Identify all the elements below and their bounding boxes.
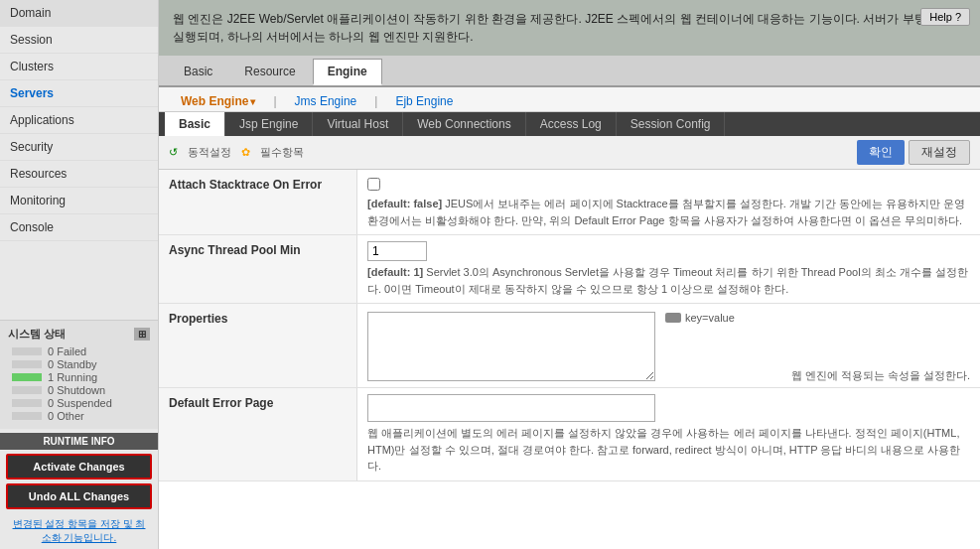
properties-textarea[interactable] (367, 312, 655, 381)
content-area: Attach Stacktrace On Error [default: fal… (159, 170, 980, 549)
system-status-icon: ⊞ (134, 328, 150, 341)
default-error-page-desc: 웹 애플리케이션에 별도의 에러 페이지를 설정하지 않았을 경우에 사용하는 … (367, 425, 970, 475)
action-bar: ↺ 동적설정 ✿ 필수항목 확인 재설정 (159, 136, 980, 170)
sidebar-item-applications[interactable]: Applications (0, 107, 158, 134)
web-engine-dropdown-icon: ▾ (250, 96, 255, 107)
running-indicator (12, 373, 42, 381)
standby-indicator (12, 360, 42, 368)
tab-second-web-connections[interactable]: Web Connections (403, 112, 526, 136)
properties-row: Properties key=value 웹 엔진에 적용되는 속성을 설정한다… (159, 304, 980, 388)
attach-stacktrace-desc-bold: [default: false] (367, 198, 442, 209)
async-thread-pool-label: Async Thread Pool Min (159, 235, 357, 303)
sidebar-item-clusters[interactable]: Clusters (0, 54, 158, 80)
attach-stacktrace-row: Attach Stacktrace On Error [default: fal… (159, 170, 980, 235)
sidebar-footer-link[interactable]: 변경된 설정 항목을 저장 및 최소화 기능입니다. (13, 518, 146, 543)
runtime-info-bar: RUNTIME INFO (0, 433, 158, 450)
default-error-page-input[interactable] (367, 394, 655, 422)
header-desc-text: 웹 엔진은 J2EE Web/Servlet 애플리케이션이 작동하기 위한 환… (173, 12, 953, 44)
undo-changes-button[interactable]: Undo ALL Changes (6, 483, 152, 509)
other-indicator (12, 412, 42, 420)
header-description: 웹 엔진은 J2EE Web/Servlet 애플리케이션이 작동하기 위한 환… (159, 0, 980, 56)
sidebar-item-session[interactable]: Session (0, 27, 158, 54)
action-bar-left: ↺ 동적설정 ✿ 필수항목 (169, 145, 304, 160)
sidebar-item-resources[interactable]: Resources (0, 161, 158, 188)
failed-indicator (12, 347, 42, 355)
status-suspended: 0 Suspended (8, 397, 150, 409)
sidebar-item-security[interactable]: Security (0, 134, 158, 161)
attach-stacktrace-desc-text: JEUS에서 보내주는 에러 페이지에 Stacktrace를 첨부할지를 설정… (367, 198, 965, 226)
tab-resource[interactable]: Resource (229, 59, 310, 85)
required-label: 필수항목 (260, 145, 304, 160)
status-running: 1 Running (8, 371, 150, 383)
properties-desc: 웹 엔진에 적용되는 속성을 설정한다. (781, 364, 980, 387)
async-thread-pool-input[interactable] (367, 241, 427, 261)
async-thread-pool-value: [default: 1] Servlet 3.0의 Asynchronous S… (357, 235, 980, 303)
sidebar-item-servers[interactable]: Servers (0, 80, 158, 107)
sub-tab-bar: Web Engine ▾ | Jms Engine | Ejb Engine (159, 87, 980, 112)
reset-button[interactable]: 재설정 (909, 140, 970, 165)
activate-changes-button[interactable]: Activate Changes (6, 454, 152, 480)
tab-second-session-config[interactable]: Session Config (617, 112, 726, 136)
status-standby: 0 Standby (8, 358, 150, 370)
tab-second-access-log[interactable]: Access Log (526, 112, 617, 136)
sidebar-item-console[interactable]: Console (0, 214, 158, 241)
key-icon (665, 313, 681, 323)
suspended-indicator (12, 399, 42, 407)
attach-stacktrace-checkbox[interactable] (367, 178, 380, 191)
tab-second-basic[interactable]: Basic (165, 112, 225, 136)
subtab-jms-engine[interactable]: Jms Engine (283, 91, 369, 111)
key-value-hint: key=value (665, 312, 735, 324)
key-value-hint-text: key=value (685, 312, 735, 324)
dynamic-icon: ↺ (169, 146, 178, 159)
default-error-page-row: Default Error Page 웹 애플리케이션에 별도의 에러 페이지를… (159, 388, 980, 481)
attach-stacktrace-desc: [default: false] JEUS에서 보내주는 에러 페이지에 Sta… (367, 196, 970, 228)
default-error-page-label: Default Error Page (159, 388, 357, 480)
action-bar-right: 확인 재설정 (857, 140, 970, 165)
sidebar-item-domain[interactable]: Domain (0, 0, 158, 27)
system-status-title: 시스템 상태 (8, 327, 66, 342)
tab-basic[interactable]: Basic (169, 59, 227, 85)
status-shutdown: 0 Shutdown (8, 384, 150, 396)
default-error-page-value: 웹 애플리케이션에 별도의 에러 페이지를 설정하지 않았을 경우에 사용하는 … (357, 388, 980, 480)
second-tab-bar: Basic Jsp Engine Virtual Host Web Connec… (159, 112, 980, 136)
sidebar: Domain Session Clusters Servers Applicat… (0, 0, 159, 549)
status-other: 0 Other (8, 410, 150, 422)
status-failed: 0 Failed (8, 345, 150, 357)
shutdown-indicator (12, 386, 42, 394)
async-thread-pool-desc: [default: 1] Servlet 3.0의 Asynchronous S… (367, 264, 970, 297)
required-icon: ✿ (241, 146, 250, 159)
properties-label: Properties (159, 304, 357, 387)
async-thread-pool-row: Async Thread Pool Min [default: 1] Servl… (159, 235, 980, 304)
properties-textarea-wrapper (367, 312, 655, 381)
attach-stacktrace-label: Attach Stacktrace On Error (159, 170, 357, 234)
subtab-ejb-engine[interactable]: Ejb Engine (383, 91, 465, 111)
subtab-web-engine[interactable]: Web Engine ▾ (169, 91, 267, 111)
system-status-panel: 시스템 상태 ⊞ 0 Failed 0 Standby 1 Running 0 … (0, 320, 158, 429)
sidebar-footer: 변경된 설정 항목을 저장 및 최소화 기능입니다. (0, 513, 158, 549)
subtab-divider-2: | (374, 94, 377, 108)
tab-engine[interactable]: Engine (313, 59, 382, 85)
tab-second-jsp-engine[interactable]: Jsp Engine (225, 112, 313, 136)
attach-stacktrace-value: [default: false] JEUS에서 보내주는 에러 페이지에 Sta… (357, 170, 980, 234)
subtab-divider-1: | (273, 94, 276, 108)
async-thread-pool-desc-text: Servlet 3.0의 Asynchronous Servlet을 사용할 경… (367, 266, 968, 295)
sidebar-item-monitoring[interactable]: Monitoring (0, 188, 158, 214)
dynamic-label: 동적설정 (188, 145, 231, 160)
top-tab-bar: Basic Resource Engine (159, 56, 980, 87)
help-button[interactable]: Help ? (920, 8, 970, 26)
async-thread-pool-desc-bold: [default: 1] (367, 266, 423, 278)
properties-value: key=value (357, 304, 781, 387)
main-content: 웹 엔진은 J2EE Web/Servlet 애플리케이션이 작동하기 위한 환… (159, 0, 980, 549)
confirm-button[interactable]: 확인 (857, 140, 905, 165)
tab-second-virtual-host[interactable]: Virtual Host (313, 112, 403, 136)
